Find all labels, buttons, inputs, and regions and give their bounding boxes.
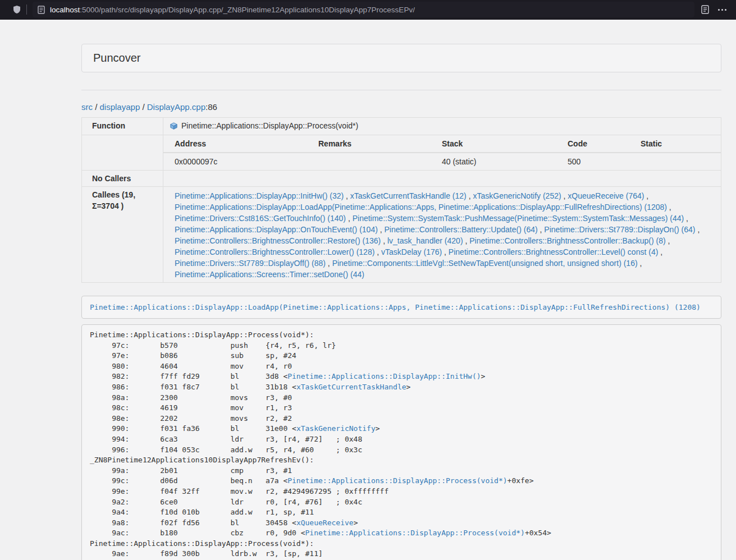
disassembly-symbol-link[interactable]: Pinetime::Applications::DisplayApp::Proc…: [287, 476, 507, 485]
breadcrumb-link[interactable]: src: [81, 102, 93, 112]
callee-link[interactable]: vTaskDelay (176): [381, 247, 442, 256]
callee-link[interactable]: Pinetime::Applications::DisplayApp::Load…: [175, 203, 667, 212]
disassembly-symbol-link[interactable]: xQueueReceive: [296, 518, 354, 527]
col-stack: Stack: [431, 135, 556, 153]
callee-link[interactable]: Pinetime::System::SystemTask::PushMessag…: [353, 214, 684, 223]
callee-link[interactable]: xTaskGenericNotify (252): [473, 191, 561, 200]
callee-link[interactable]: Pinetime::Drivers::Cst816S::GetTouchInfo…: [175, 214, 346, 223]
url-host: localhost: [50, 6, 80, 14]
url-path: :5000/path/src/displayapp/DisplayApp.cpp…: [80, 6, 415, 14]
callee-link[interactable]: Pinetime::Controllers::BrightnessControl…: [175, 236, 381, 245]
address-table-header: Address Remarks Stack Code Static: [163, 135, 721, 153]
col-static: Static: [629, 135, 721, 153]
reader-mode-icon[interactable]: [701, 5, 709, 14]
address-table: Address Remarks Stack Code Static 0x0000…: [163, 135, 721, 170]
divider: [81, 90, 721, 90]
callee-link[interactable]: xQueueReceive (764): [568, 191, 644, 200]
code-header-link[interactable]: Pinetime::Applications::DisplayApp::Load…: [90, 303, 701, 311]
browser-toolbar: localhost:5000/path/src/displayapp/Displ…: [0, 0, 736, 20]
callee-link[interactable]: Pinetime::Controllers::BrightnessControl…: [449, 247, 658, 256]
callee-link[interactable]: Pinetime::Components::LittleVgl::SetNewT…: [332, 259, 638, 268]
breadcrumb-link[interactable]: DisplayApp.cpp: [147, 102, 205, 112]
callee-link[interactable]: Pinetime::Controllers::BrightnessControl…: [175, 247, 374, 256]
callee-link[interactable]: Pinetime::Drivers::St7789::DisplayOff() …: [175, 259, 326, 268]
address-table-row: 0x0000097c 40 (static) 500: [163, 153, 721, 170]
no-callers-row: No Callers: [82, 171, 721, 187]
col-code: Code: [556, 135, 629, 153]
col-remarks: Remarks: [307, 135, 431, 153]
callee-link[interactable]: lv_task_handler (420): [387, 236, 463, 245]
address-value: 0x0000097c: [163, 153, 307, 170]
toolbar-separator: [26, 4, 27, 15]
detail-row-label: [82, 135, 163, 171]
callees-label: Callees (19, Σ=3704 ): [82, 187, 163, 283]
static-value: [629, 153, 721, 170]
callee-link[interactable]: Pinetime::Drivers::St7789::DisplayOn() (…: [544, 225, 695, 234]
app-title-panel: Puncover: [81, 44, 721, 72]
function-name-cell: Pinetime::Applications::DisplayApp::Proc…: [163, 118, 721, 135]
detail-cell: Address Remarks Stack Code Static 0x0000…: [163, 135, 721, 171]
code-header-block: Pinetime::Applications::DisplayApp::Load…: [81, 296, 721, 319]
callee-link[interactable]: Pinetime::Applications::DisplayApp::Init…: [175, 191, 344, 200]
code-value: 500: [556, 153, 629, 170]
disassembly-symbol-link[interactable]: Pinetime::Applications::DisplayApp::Init…: [287, 372, 481, 380]
page-title: Puncover: [93, 52, 141, 65]
disassembly-symbol-link[interactable]: Pinetime::Applications::DisplayApp::Proc…: [305, 529, 525, 537]
disassembly-symbol-link[interactable]: xTaskGenericNotify: [296, 424, 376, 433]
col-address: Address: [163, 135, 307, 153]
callee-link[interactable]: Pinetime::Controllers::BrightnessControl…: [469, 236, 665, 245]
function-row: Function Pinetime::Applications::Display…: [82, 118, 721, 135]
disassembly-symbol-link[interactable]: xTaskGetCurrentTaskHandle: [296, 383, 406, 391]
function-table: Function Pinetime::Applications::Display…: [81, 117, 721, 283]
no-callers-label: No Callers: [82, 171, 163, 187]
url-bar[interactable]: localhost:5000/path/src/displayapp/Displ…: [33, 2, 694, 17]
no-callers-cell: [163, 171, 721, 187]
disassembly-code: Pinetime::Applications::DisplayApp::Proc…: [81, 324, 721, 560]
callees-row: Callees (19, Σ=3704 ) Pinetime::Applicat…: [82, 187, 721, 283]
shield-icon[interactable]: [12, 5, 21, 14]
stack-value: 40 (static): [431, 153, 556, 170]
page-container: Puncover src / displayapp / DisplayApp.c…: [81, 44, 721, 560]
more-tools-icon[interactable]: [716, 8, 728, 12]
callee-link[interactable]: xTaskGetCurrentTaskHandle (12): [350, 191, 467, 200]
url-text[interactable]: localhost:5000/path/src/displayapp/Displ…: [50, 6, 415, 14]
callee-link[interactable]: Pinetime::Applications::Screens::Timer::…: [175, 270, 364, 279]
detail-row: Address Remarks Stack Code Static 0x0000…: [82, 135, 721, 171]
remarks-value: [307, 153, 431, 170]
function-name: Pinetime::Applications::DisplayApp::Proc…: [181, 121, 358, 130]
breadcrumb-link[interactable]: displayapp: [100, 102, 140, 112]
callees-list: Pinetime::Applications::DisplayApp::Init…: [163, 187, 721, 283]
function-label: Function: [82, 118, 163, 135]
cube-icon: [170, 121, 177, 132]
callee-link[interactable]: Pinetime::Applications::DisplayApp::OnTo…: [175, 225, 378, 234]
breadcrumb: src / displayapp / DisplayApp.cpp:86: [81, 101, 721, 113]
page-info-icon[interactable]: [38, 6, 45, 14]
callee-link[interactable]: Pinetime::Controllers::Battery::Update()…: [385, 225, 538, 234]
